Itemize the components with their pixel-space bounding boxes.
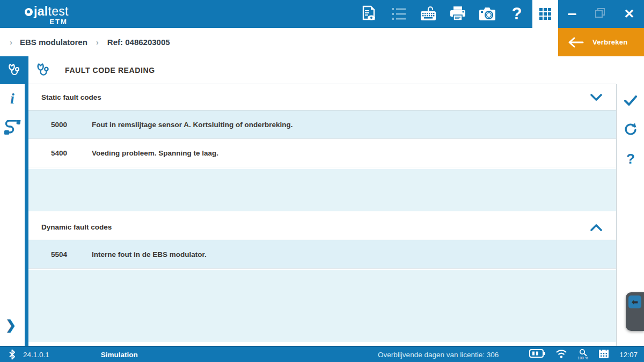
fault-code-panel: Static fault codes 5000 Fout in remslijt…: [28, 85, 616, 346]
wifi-icon[interactable]: [555, 349, 567, 360]
chevron-right-icon: ›: [96, 38, 99, 47]
connection-mode: Simulation: [101, 351, 138, 359]
arrow-left-icon: [567, 36, 585, 49]
page-title: FAULT CODE READING: [65, 66, 155, 75]
floating-support-widget[interactable]: ⬅: [626, 292, 644, 331]
logo-dot-icon: [25, 8, 33, 16]
zoom-level: 100 %: [577, 357, 588, 360]
fault-code: 5400: [51, 149, 92, 157]
logo-prefix: jal: [34, 5, 48, 18]
stethoscope-icon: [36, 62, 51, 78]
breadcrumb-item-system[interactable]: EBS modulatoren: [20, 38, 87, 47]
breadcrumb-item-ref[interactable]: Ref: 0486203005: [107, 38, 170, 47]
battery-icon: [529, 349, 545, 360]
fault-description: Fout in remslijtage sensor A. Kortsluiti…: [92, 121, 293, 129]
apps-grid-button[interactable]: [532, 0, 558, 28]
sidebar-expand-button[interactable]: ❯: [5, 317, 16, 333]
zoom-control[interactable]: 100 %: [577, 349, 588, 360]
chevron-up-icon: [590, 224, 602, 231]
chevron-down-icon: [590, 94, 602, 101]
logo-sub: ETM: [25, 18, 69, 25]
widget-arrow-icon: ⬅: [628, 295, 641, 308]
fault-code: 5504: [51, 250, 92, 258]
sidebar-item-connector[interactable]: [0, 116, 25, 139]
help-context-button[interactable]: ?: [617, 146, 644, 171]
clock-time: 12:07: [619, 351, 638, 359]
report-preview-button[interactable]: [361, 5, 378, 23]
screenshot-button[interactable]: [479, 5, 496, 23]
refresh-button[interactable]: [617, 117, 644, 142]
fault-code-row[interactable]: 5400 Voeding probleem. Spanning te laag.: [28, 139, 616, 167]
chevron-right-icon: ›: [10, 38, 12, 47]
license-days-remaining: Overblijvende dagen van licentie: 306: [378, 351, 499, 359]
keyboard-icon: [420, 5, 437, 23]
help-button[interactable]: ?: [508, 5, 525, 23]
section-header-static[interactable]: Static fault codes: [28, 85, 616, 110]
status-bar: 24.1.0.1 Simulation Overblijvende dagen …: [0, 346, 644, 362]
calendar-icon[interactable]: [598, 348, 609, 361]
dynamic-section-empty-area: [28, 270, 616, 342]
section-title: Static fault codes: [41, 93, 101, 101]
stethoscope-icon: [8, 63, 21, 78]
breadcrumb: › EBS modulatoren › Ref: 0486203005: [0, 28, 558, 56]
sidebar-item-info[interactable]: i: [0, 87, 25, 110]
print-button[interactable]: [449, 5, 466, 23]
connector-cable-icon: [4, 120, 21, 135]
apps-grid-icon: [539, 8, 551, 20]
list-button[interactable]: [390, 5, 407, 23]
keyboard-button[interactable]: [420, 5, 437, 23]
print-icon: [449, 6, 466, 22]
restore-button[interactable]: [595, 8, 605, 20]
disconnect-label: Verbreken: [592, 38, 628, 46]
fault-description: Interne fout in de EBS modulator.: [92, 250, 207, 258]
fault-code: 5000: [51, 121, 92, 129]
magnifier-icon: [579, 349, 587, 356]
sidebar-item-diagnostics[interactable]: [0, 56, 28, 84]
help-icon: ?: [512, 4, 522, 24]
static-section-empty-area: [28, 169, 616, 211]
close-button[interactable]: ✕: [624, 8, 634, 20]
minimize-button[interactable]: [568, 13, 576, 15]
section-header-dynamic[interactable]: Dynamic fault codes: [28, 215, 616, 240]
minimize-icon: [568, 13, 576, 15]
fault-description: Voeding probleem. Spanning te laag.: [92, 149, 218, 157]
page-title-bar: FAULT CODE READING: [28, 56, 616, 84]
confirm-button[interactable]: [617, 88, 644, 113]
top-bar: jal test ETM: [0, 0, 644, 28]
bluetooth-icon[interactable]: [9, 349, 16, 360]
question-mark-icon: ?: [626, 151, 635, 167]
report-preview-icon: [361, 5, 377, 23]
sidebar-divider: [25, 84, 28, 346]
checkmark-icon: [624, 95, 638, 106]
refresh-icon: [624, 123, 638, 137]
section-title: Dynamic fault codes: [41, 223, 112, 231]
fault-code-row[interactable]: 5504 Interne fout in de EBS modulator.: [28, 240, 616, 269]
jaltest-window: jal test ETM: [0, 0, 644, 362]
restore-icon: [595, 8, 605, 18]
fault-code-row[interactable]: 5000 Fout in remslijtage sensor A. Korts…: [28, 110, 616, 139]
jaltest-logo: jal test ETM: [25, 5, 69, 25]
app-version: 24.1.0.1: [23, 351, 49, 359]
logo-suffix: test: [48, 5, 68, 18]
info-icon: i: [10, 90, 14, 107]
window-controls: ✕: [558, 0, 644, 28]
list-icon: [391, 7, 406, 21]
disconnect-button[interactable]: Verbreken: [558, 28, 644, 56]
close-icon: ✕: [624, 6, 634, 21]
camera-icon: [479, 6, 496, 21]
